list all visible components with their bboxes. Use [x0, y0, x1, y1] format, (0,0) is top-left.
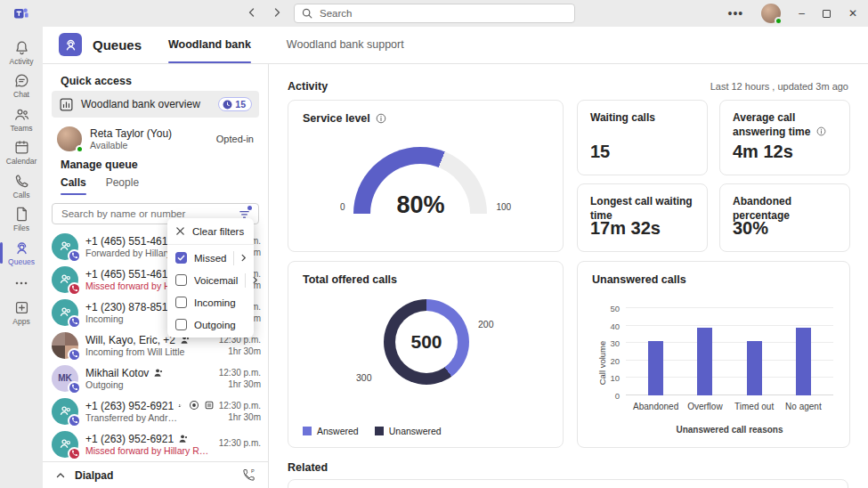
file-icon — [13, 206, 30, 223]
kpi-value: 30% — [733, 218, 768, 239]
total-offered-title: Total offered calls — [303, 273, 397, 286]
submenu-chevron-icon[interactable] — [233, 251, 247, 265]
apps-icon — [13, 299, 30, 316]
queues-app-icon — [59, 33, 82, 56]
checkbox[interactable] — [175, 319, 187, 330]
transferred-call-badge-icon — [68, 414, 81, 427]
x-tick-label: Overflow — [687, 402, 722, 411]
checkbox[interactable] — [175, 297, 187, 308]
chevron-up-icon — [55, 470, 66, 481]
clock-icon — [223, 100, 232, 110]
bar-plot: 01020304050 AbandonedOverflowTimed outNo… — [626, 308, 833, 395]
incoming-call-badge-icon — [68, 315, 81, 329]
global-search — [294, 4, 575, 23]
rail-item-chat[interactable]: Chat — [0, 69, 43, 103]
rail-item-teams[interactable]: Teams — [0, 102, 43, 136]
bar-column: Timed out — [736, 308, 772, 395]
tab-woodland-bank[interactable]: Woodland bank — [168, 26, 251, 63]
checkbox[interactable] — [175, 252, 187, 264]
filter-active-dot — [247, 206, 252, 210]
gauge-max-label: 100 — [496, 202, 511, 214]
group-avatar — [52, 332, 78, 359]
bar-column: Abandoned — [638, 308, 674, 395]
rail-item-activity[interactable]: Activity — [0, 36, 43, 69]
app-rail: Activity Chat Teams Calendar Calls Files… — [0, 27, 43, 488]
outgoing-call-badge-icon — [68, 381, 81, 394]
people-icon — [13, 106, 30, 123]
search-icon — [302, 8, 312, 19]
rail-item-apps[interactable]: Apps — [0, 297, 43, 330]
rail-item-queues[interactable]: Queues — [0, 236, 43, 270]
dialpad-toggle[interactable]: Dialpad P — [43, 461, 268, 488]
chat-icon — [13, 72, 30, 89]
phone-icon — [13, 173, 30, 190]
recording-icon — [189, 400, 199, 411]
filter-option-missed[interactable]: Missed — [167, 247, 254, 269]
kpi-value: 4m 12s — [733, 142, 793, 162]
activity-title: Activity — [288, 80, 328, 93]
bar-timed-out — [747, 341, 762, 395]
related-card — [288, 479, 848, 488]
incoming-call-badge-icon — [68, 348, 81, 362]
queue-call-icon — [153, 368, 163, 378]
search-input[interactable] — [318, 7, 567, 20]
x-tick-label: No agent — [785, 402, 822, 411]
rail-item-files[interactable]: Files — [0, 203, 43, 237]
presence-available-dot — [775, 17, 783, 25]
clear-filters-item[interactable]: Clear filters — [167, 220, 254, 242]
call-row[interactable]: +1 (263) 952-6921 Missed forward by Hill… — [52, 427, 261, 460]
unanswered-value-label: 300 — [356, 372, 372, 383]
kpi-value: 17m 32s — [590, 218, 661, 239]
menu-divider — [167, 244, 254, 245]
caller-avatar — [52, 233, 78, 260]
y-tick-label: 20 — [610, 355, 620, 365]
queue-overview-item[interactable]: Woodland bank overview 15 — [52, 91, 259, 118]
manage-queue-title: Manage queue — [61, 159, 138, 171]
close-button[interactable]: ✕ — [848, 8, 857, 19]
gauge-min-label: 0 — [340, 202, 345, 214]
rail-item-calls[interactable]: Calls — [0, 169, 43, 203]
bell-icon — [13, 39, 30, 56]
longest-wait-card: Longest call waiting time 17m 32s — [577, 183, 708, 252]
nav-back-icon[interactable] — [246, 6, 258, 19]
waiting-calls-badge: 15 — [218, 97, 252, 111]
agent-name: Reta Taylor (You) — [90, 127, 208, 140]
submenu-chevron-icon[interactable] — [245, 273, 259, 288]
tab-woodland-bank-support[interactable]: Woodland bank support — [287, 26, 404, 63]
total-offered-calls-card: Total offered calls 500 200 300 Answered… — [288, 261, 564, 448]
queue-overview-label: Woodland bank overview — [81, 98, 211, 110]
caller-avatar — [52, 299, 78, 326]
maximize-button[interactable] — [823, 10, 831, 18]
call-row[interactable]: +1 (263) 952-6921 Transferred by Andre L… — [52, 394, 261, 427]
titlebar-more-icon[interactable]: ••• — [728, 6, 744, 20]
filter-option-incoming[interactable]: Incoming — [167, 291, 254, 313]
rail-item-calendar[interactable]: Calendar — [0, 136, 43, 170]
titlebar: ••• – ✕ — [0, 0, 868, 27]
main-content: Activity Last 12 hours , updated 3m ago … — [269, 64, 868, 488]
bar-overflow — [697, 328, 712, 395]
info-icon[interactable] — [816, 126, 826, 136]
agent-row[interactable]: Reta Taylor (You) Available Opted-in — [52, 123, 259, 155]
minimize-button[interactable]: – — [799, 8, 805, 19]
filter-option-voicemail[interactable]: Voicemail — [167, 269, 254, 291]
y-tick-label: 0 — [615, 391, 620, 401]
waiting-calls-card: Waiting calls 15 — [577, 100, 708, 175]
tab-calls[interactable]: Calls — [61, 176, 86, 195]
tab-people[interactable]: People — [106, 176, 139, 195]
bar-abandoned — [648, 341, 663, 395]
y-tick-label: 40 — [610, 321, 620, 330]
call-park-icon[interactable]: P — [242, 468, 256, 482]
donut-legend: Answered Unanswered — [303, 426, 442, 436]
calendar-icon — [13, 139, 30, 156]
checkbox[interactable] — [175, 274, 187, 286]
nav-forward-icon[interactable] — [271, 6, 283, 19]
y-tick-label: 10 — [610, 373, 620, 383]
rail-more-icon[interactable] — [0, 270, 43, 297]
info-icon[interactable] — [376, 113, 386, 124]
call-row[interactable]: MK Mikhail Kotov Outgoing 12:30 p.m. 1hr… — [52, 362, 261, 394]
user-avatar[interactable] — [761, 4, 781, 23]
caller-avatar — [52, 431, 78, 458]
queue-call-icon — [178, 401, 182, 411]
x-tick-label: Abandoned — [633, 402, 678, 411]
filter-option-outgoing[interactable]: Outgoing — [167, 313, 254, 336]
